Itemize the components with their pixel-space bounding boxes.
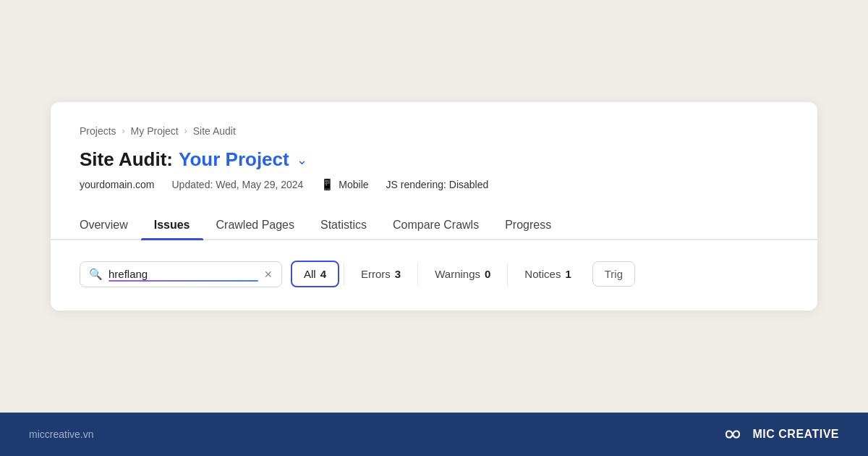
filter-divider-2 [417, 263, 418, 286]
filter-all-button[interactable]: All 4 [291, 261, 339, 287]
tab-issues[interactable]: Issues [141, 211, 203, 239]
filter-divider-1 [344, 263, 344, 286]
breadcrumb-siteaudit: Site Audit [193, 125, 236, 137]
meta-domain: yourdomain.com [80, 179, 155, 190]
filter-buttons: All 4 Errors 3 Warnings 0 Notices 1 [291, 261, 584, 287]
search-input[interactable]: hreflang [109, 268, 258, 280]
filter-warnings-label: Warnings [435, 268, 480, 280]
filter-errors-label: Errors [361, 268, 391, 280]
mobile-icon: 📱 [320, 178, 334, 191]
footer-domain: miccreative.vn [29, 428, 93, 440]
tab-crawled-pages[interactable]: Crawled Pages [203, 211, 308, 239]
search-icon: 🔍 [89, 268, 103, 281]
breadcrumb-projects[interactable]: Projects [80, 125, 116, 137]
main-content: Projects › My Project › Site Audit Site … [0, 0, 868, 413]
footer-brand: MIC CREATIVE [720, 426, 839, 443]
page-title-project[interactable]: Your Project [179, 148, 289, 171]
filter-errors-count: 3 [395, 268, 401, 280]
meta-device: 📱 Mobile [320, 178, 368, 191]
footer: miccreative.vn MIC CREATIVE [0, 413, 868, 456]
filter-all-count: 4 [320, 268, 326, 280]
trig-label: Trig [605, 268, 623, 280]
search-box[interactable]: 🔍 hreflang ✕ [80, 261, 282, 287]
breadcrumb-sep-1: › [122, 126, 125, 136]
filter-divider-3 [507, 263, 508, 286]
page-title-static: Site Audit: [80, 148, 173, 171]
filter-notices-button[interactable]: Notices 1 [512, 261, 583, 287]
meta-device-label: Mobile [339, 179, 368, 190]
filter-errors-button[interactable]: Errors 3 [349, 261, 413, 287]
card: Projects › My Project › Site Audit Site … [51, 102, 817, 311]
filter-warnings-count: 0 [485, 268, 490, 280]
tab-overview[interactable]: Overview [80, 211, 141, 239]
filter-section: 🔍 hreflang ✕ All 4 Errors 3 Warnings [80, 240, 788, 311]
tab-statistics[interactable]: Statistics [307, 211, 380, 239]
meta-js: JS rendering: Disabled [386, 179, 489, 190]
tab-compare-crawls[interactable]: Compare Crawls [380, 211, 492, 239]
trig-button[interactable]: Trig [592, 261, 635, 287]
tabs-row: Overview Issues Crawled Pages Statistics… [51, 211, 817, 240]
filter-warnings-button[interactable]: Warnings 0 [422, 261, 503, 287]
page-title-row: Site Audit: Your Project ⌄ [80, 148, 788, 171]
meta-updated: Updated: Wed, May 29, 2024 [172, 179, 304, 190]
filter-all-label: All [304, 268, 316, 280]
search-clear-icon[interactable]: ✕ [264, 269, 273, 280]
breadcrumb: Projects › My Project › Site Audit [80, 125, 788, 137]
breadcrumb-myproject[interactable]: My Project [131, 125, 179, 137]
tab-progress[interactable]: Progress [492, 211, 564, 239]
filter-notices-label: Notices [524, 268, 561, 280]
filter-notices-count: 1 [565, 268, 571, 280]
footer-brand-label: MIC CREATIVE [753, 428, 839, 441]
mic-creative-logo-icon [720, 426, 746, 443]
breadcrumb-sep-2: › [184, 126, 187, 136]
meta-row: yourdomain.com Updated: Wed, May 29, 202… [80, 178, 788, 191]
chevron-down-icon[interactable]: ⌄ [297, 152, 307, 168]
